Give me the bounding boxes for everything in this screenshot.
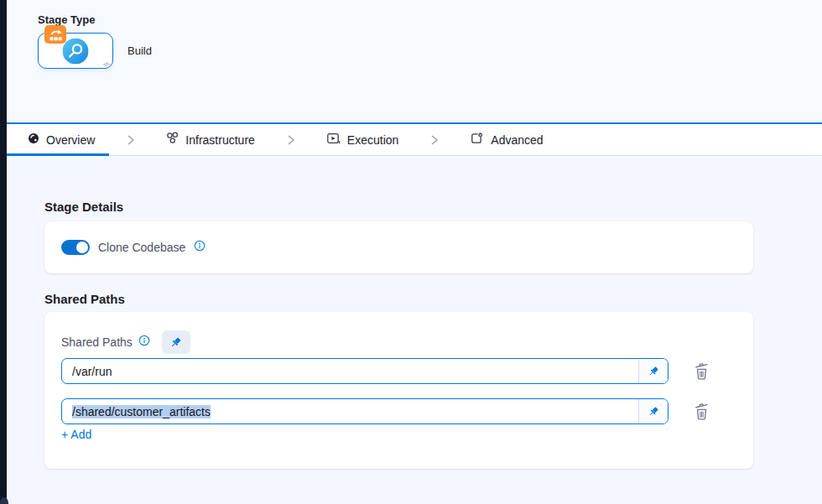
stage-details-heading: Stage Details xyxy=(44,200,123,214)
info-icon[interactable] xyxy=(138,335,150,350)
build-stage-icon xyxy=(63,38,89,64)
tab-advanced[interactable]: Advanced xyxy=(470,124,543,155)
shared-path-row: /var/run xyxy=(61,358,710,384)
shared-path-row: /shared/customer_artifacts xyxy=(61,398,710,424)
stage-type-card[interactable]: </> xyxy=(38,33,113,69)
shared-path-value-1[interactable]: /var/run xyxy=(62,359,638,383)
shared-path-value-2[interactable]: /shared/customer_artifacts xyxy=(62,399,638,423)
infrastructure-icon xyxy=(166,132,179,148)
pin-icon xyxy=(648,406,659,418)
overview-icon xyxy=(28,132,39,148)
runtime-input-pin-button[interactable] xyxy=(162,330,190,354)
code-glyph: </> xyxy=(103,61,109,67)
stage-details-card: Clone Codebase xyxy=(44,221,753,273)
tab-overview[interactable]: Overview xyxy=(28,124,95,155)
delete-path-button[interactable] xyxy=(694,403,710,420)
add-path-button[interactable]: + Add xyxy=(61,428,91,441)
tab-infrastructure-label: Infrastructure xyxy=(185,133,254,147)
shared-paths-card: Shared Paths xyxy=(44,312,753,469)
clone-codebase-label: Clone Codebase xyxy=(98,241,185,254)
trash-icon xyxy=(694,403,710,420)
chevron-right-icon xyxy=(285,133,296,147)
delete-path-button[interactable] xyxy=(694,362,710,380)
tab-infrastructure[interactable]: Infrastructure xyxy=(166,124,254,155)
input-pin-button[interactable] xyxy=(638,399,668,423)
execution-icon xyxy=(326,132,341,148)
info-icon[interactable] xyxy=(194,240,206,255)
stage-type-label: Stage Type xyxy=(38,13,95,26)
stage-tabbar: Overview Infrastructure xyxy=(0,122,822,156)
chevron-right-icon xyxy=(125,133,136,147)
shared-paths-field-label-row: Shared Paths xyxy=(61,330,190,354)
tab-execution-label: Execution xyxy=(347,133,398,147)
tab-overview-label: Overview xyxy=(46,133,95,147)
overview-tab-content: Stage Details Clone Codebase Shared Path… xyxy=(0,158,822,504)
pin-icon xyxy=(648,366,659,377)
stage-type-section: Stage Type xyxy=(0,0,822,122)
pin-icon xyxy=(169,336,182,349)
chevron-right-icon xyxy=(429,133,440,147)
shared-paths-field-label: Shared Paths xyxy=(61,335,133,349)
trash-icon xyxy=(694,362,710,380)
clone-codebase-toggle[interactable] xyxy=(61,240,90,255)
shared-path-input-1[interactable]: /var/run xyxy=(61,358,669,384)
clone-codebase-row: Clone Codebase xyxy=(44,221,753,273)
input-pin-button[interactable] xyxy=(638,359,668,383)
selected-text: /shared/customer_artifacts xyxy=(72,405,211,418)
advanced-icon xyxy=(470,132,484,148)
shared-path-input-2[interactable]: /shared/customer_artifacts xyxy=(61,398,669,424)
stage-config-screen: Stage Type xyxy=(0,0,822,504)
tab-execution[interactable]: Execution xyxy=(326,124,398,155)
tab-advanced-label: Advanced xyxy=(491,133,543,147)
shared-paths-heading: Shared Paths xyxy=(44,292,125,306)
stage-name-label: Build xyxy=(127,44,152,57)
active-tab-underline xyxy=(7,153,109,156)
left-nav-strip xyxy=(0,0,7,504)
